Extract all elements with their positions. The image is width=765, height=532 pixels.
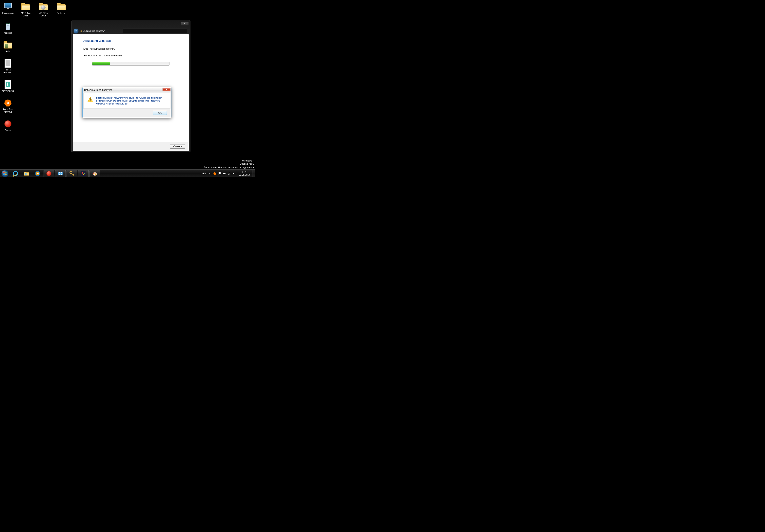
icon-label: KeyWindows bbox=[2, 90, 14, 92]
svg-point-23 bbox=[96, 173, 96, 174]
window-title: Активация Windows bbox=[80, 30, 105, 32]
desktop-icon-textdoc[interactable]: Новый текстов... bbox=[1, 59, 15, 74]
icon-label: MS Office 2013 bbox=[37, 12, 51, 17]
document-icon bbox=[3, 80, 13, 89]
taskbar-items bbox=[10, 170, 101, 177]
close-button[interactable]: X bbox=[163, 88, 171, 91]
tray-battery-icon[interactable] bbox=[223, 172, 226, 175]
windows-watermark: Windows 7 Сборка 7601 Ваша копия Windows… bbox=[204, 159, 254, 169]
cancel-button[interactable]: Отмена bbox=[170, 144, 185, 149]
document-icon bbox=[3, 59, 13, 68]
taskbar-item-opera[interactable] bbox=[44, 170, 54, 177]
computer-icon bbox=[3, 2, 13, 11]
watermark-line: Windows 7 bbox=[204, 159, 254, 163]
start-button[interactable] bbox=[0, 170, 10, 178]
icon-label: Avast Free Antivirus bbox=[1, 108, 15, 113]
taskbar-item-ie[interactable] bbox=[10, 170, 21, 177]
svg-rect-34 bbox=[230, 172, 230, 175]
desktop-icon-keywindows[interactable]: KeyWindows bbox=[1, 80, 15, 92]
windows-logo-icon bbox=[3, 172, 7, 176]
icon-label: Opera bbox=[5, 129, 11, 132]
svg-point-19 bbox=[83, 174, 84, 175]
show-desktop-button[interactable] bbox=[252, 170, 255, 178]
taskbar-item-app[interactable] bbox=[78, 170, 89, 177]
svg-point-21 bbox=[93, 173, 94, 174]
content-text: Ключ продукта проверяется. bbox=[83, 48, 178, 50]
messagebox: Неверный ключ продукта X Введенный ключ … bbox=[82, 87, 172, 118]
address-area bbox=[123, 28, 187, 33]
taskbar-item-mediaplayer[interactable] bbox=[32, 170, 43, 177]
svg-point-25 bbox=[94, 174, 95, 175]
tray-avast-icon[interactable] bbox=[213, 172, 216, 175]
icon-label: Корзина bbox=[4, 32, 12, 34]
close-button[interactable]: X bbox=[181, 22, 189, 26]
icon-label: Prototype bbox=[57, 12, 66, 14]
svg-point-4 bbox=[13, 171, 18, 176]
messagebox-text: Введенный ключ продукта установлен по ум… bbox=[96, 96, 167, 105]
tray-flag-icon[interactable] bbox=[218, 172, 221, 175]
svg-point-22 bbox=[94, 172, 95, 173]
folder-icon bbox=[21, 2, 31, 11]
desktop-icon-prototype[interactable]: Prototype bbox=[54, 2, 68, 17]
svg-point-17 bbox=[82, 172, 84, 174]
desktop-icon-computer[interactable]: Компьютер bbox=[1, 2, 15, 17]
desktop-icon-msoffice1[interactable]: MS Office 2013 bbox=[19, 2, 33, 17]
svg-rect-11 bbox=[59, 172, 60, 173]
tray-network-icon[interactable] bbox=[228, 172, 231, 175]
svg-rect-32 bbox=[229, 174, 229, 175]
messagebox-title: Неверный ключ продукта bbox=[84, 89, 112, 91]
progress-bar bbox=[92, 62, 170, 66]
svg-rect-33 bbox=[229, 173, 230, 175]
recycle-bin-icon bbox=[3, 22, 13, 31]
watermark-line: Сборка 7601 bbox=[204, 162, 254, 166]
opera-icon bbox=[3, 119, 13, 129]
ok-button[interactable]: OK bbox=[153, 111, 167, 115]
messagebox-body: Введенный ключ продукта установлен по ум… bbox=[83, 93, 171, 109]
system-tray: EN 12:23 01.05.2019 bbox=[201, 170, 255, 177]
window-titlebar[interactable]: X Активация Windows bbox=[72, 20, 190, 33]
icon-label: Avito bbox=[6, 50, 10, 53]
taskbar-clock[interactable]: 12:23 01.05.2019 bbox=[237, 171, 252, 176]
svg-rect-14 bbox=[61, 174, 62, 175]
svg-rect-7 bbox=[25, 173, 27, 175]
folder-icon bbox=[57, 2, 66, 11]
taskbar-item-activation[interactable] bbox=[67, 170, 77, 177]
taskbar-item-explorer[interactable] bbox=[21, 170, 32, 177]
svg-point-18 bbox=[84, 173, 85, 174]
svg-rect-30 bbox=[223, 173, 225, 174]
folder-icon bbox=[39, 2, 48, 11]
avast-icon: a bbox=[3, 98, 13, 108]
progress-fill bbox=[92, 62, 110, 65]
clock-time: 12:23 bbox=[239, 171, 250, 173]
icon-label: Новый текстов... bbox=[1, 69, 15, 74]
content-heading: Активация Windows... bbox=[83, 39, 178, 42]
icon-label: Компьютер bbox=[2, 12, 14, 14]
watermark-line: Ваша копия Windows не является подлинной bbox=[204, 166, 254, 169]
desktop-icon-msoffice2[interactable]: MS Office 2013 bbox=[37, 2, 51, 17]
tray-chevron-up-icon[interactable] bbox=[208, 172, 211, 175]
desktop-icon-recyclebin[interactable]: Корзина bbox=[1, 22, 15, 34]
svg-point-3 bbox=[90, 101, 91, 102]
svg-rect-12 bbox=[61, 172, 62, 173]
desktop-icons: Компьютер MS Office 2013 MS Office 2013 … bbox=[1, 2, 68, 17]
tray-volume-icon[interactable] bbox=[232, 172, 236, 175]
desktop-icon-avast[interactable]: a Avast Free Antivirus bbox=[1, 98, 15, 113]
taskbar-item-control[interactable] bbox=[55, 170, 66, 177]
back-button[interactable] bbox=[73, 29, 79, 34]
svg-rect-6 bbox=[24, 172, 26, 173]
icon-label: MS Office 2013 bbox=[19, 12, 33, 17]
messagebox-titlebar[interactable]: Неверный ключ продукта X bbox=[83, 87, 171, 93]
folder-icon bbox=[3, 40, 13, 50]
desktop-icon-opera[interactable]: Opera bbox=[1, 119, 15, 132]
content-text: Это может занять несколько минут. bbox=[83, 54, 178, 57]
language-indicator[interactable]: EN bbox=[201, 172, 207, 175]
svg-rect-13 bbox=[59, 174, 60, 175]
desktop-col: Корзина Avito Новый текстов... KeyWindow… bbox=[1, 22, 15, 132]
svg-rect-31 bbox=[228, 174, 228, 175]
taskbar-item-paint[interactable] bbox=[90, 170, 100, 177]
activation-window: X Активация Windows Активация Windows...… bbox=[71, 20, 191, 152]
svg-rect-27 bbox=[219, 174, 219, 175]
warning-icon bbox=[87, 96, 93, 103]
desktop-icon-avito[interactable]: Avito bbox=[1, 40, 15, 53]
svg-point-24 bbox=[95, 174, 96, 175]
